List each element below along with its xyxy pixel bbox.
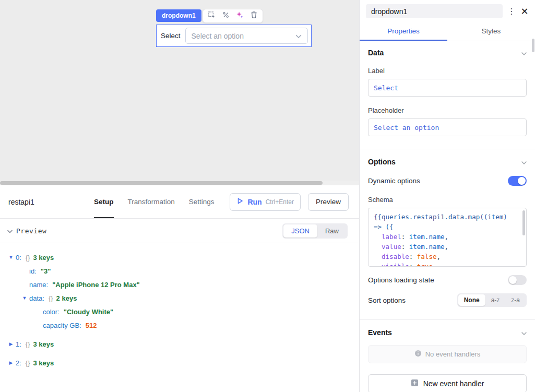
options-loading-toggle[interactable] (508, 275, 527, 285)
tree-toggle-icon[interactable]: ▼ (20, 295, 29, 301)
section-events-title: Events (368, 328, 392, 337)
canvas[interactable]: dropdown1 (0, 0, 359, 185)
code-token: , (436, 253, 441, 260)
tab-setup[interactable]: Setup (94, 185, 114, 218)
code-line: visible: true (374, 262, 521, 267)
horizontal-scrollbar-thumb[interactable] (0, 181, 323, 185)
tree-value: "Cloudy White" (64, 308, 113, 316)
preview-mode-json[interactable]: JSON (283, 224, 317, 237)
query-actions: Run Ctrl+Enter Preview (230, 185, 349, 218)
code-token: item.name (409, 243, 445, 251)
tab-settings[interactable]: Settings (189, 185, 215, 218)
code-token: : (409, 253, 417, 260)
inspector-header: dropdown1 ⋮ ✕ (360, 0, 535, 18)
code-line: label: item.name, (374, 232, 521, 242)
inspector-panel: dropdown1 ⋮ ✕ Properties Styles Data Lab… (359, 0, 535, 392)
tree-row[interactable]: capacity GB:512 (0, 318, 359, 332)
code-token: disable (382, 253, 409, 260)
no-event-handlers-text: No event handlers (425, 350, 481, 358)
options-loading-label: Options loading state (368, 276, 434, 284)
chevron-down-icon (521, 328, 527, 337)
tree-braces: {} (26, 340, 30, 348)
widget-title-input[interactable]: dropdown1 (366, 4, 503, 18)
tree-braces: {} (49, 294, 53, 302)
preview-section-title: Preview (16, 227, 46, 235)
sort-az-button[interactable]: a-z (485, 294, 506, 306)
tree-toggle-icon[interactable]: ▶ (6, 341, 16, 347)
sort-none-button[interactable]: None (458, 294, 485, 306)
section-options[interactable]: Options (368, 158, 527, 166)
schema-label: Schema (368, 196, 527, 204)
label-field-input[interactable]: Select (368, 79, 527, 97)
sort-za-button[interactable]: z-a (505, 294, 526, 306)
tree-key-count: 3 keys (33, 340, 54, 348)
section-data[interactable]: Data (368, 49, 527, 57)
dropdown-select[interactable]: Select an option (185, 28, 308, 44)
delete-icon (250, 11, 258, 21)
sort-options-row: Sort options None a-z z-a (368, 293, 527, 307)
tree-row[interactable]: color:"Cloudy White" (0, 305, 359, 318)
tree-value: 512 (86, 322, 97, 329)
tree-key-count: 3 keys (33, 359, 54, 367)
tree-row[interactable]: ▶2:{}3 keys (0, 356, 359, 370)
placeholder-field-label: Placeholder (368, 106, 527, 114)
dropdown-widget[interactable]: Select Select an option (156, 25, 312, 47)
preview-mode-raw[interactable]: Raw (317, 224, 347, 237)
inspect-button[interactable] (219, 10, 233, 22)
schema-code: {{queries.restapi1.data.map((item)=> ({ … (374, 212, 521, 267)
preview-query-button[interactable]: Preview (308, 193, 349, 211)
widget-name-badge[interactable]: dropdown1 (156, 9, 201, 22)
code-token: , (445, 233, 449, 241)
dynamic-options-row: Dynamic options (368, 176, 527, 186)
tree-row[interactable]: name:"Apple iPhone 12 Pro Max" (0, 278, 359, 291)
tree-key: 2: (16, 359, 21, 367)
tree-row[interactable]: ▶1:{}3 keys (0, 337, 359, 351)
query-editor-header: restapi1 Setup Transformation Settings R… (0, 185, 359, 219)
code-line: value: item.name, (374, 242, 521, 252)
code-token: item.name (409, 233, 445, 241)
tree-row[interactable]: ▼data:{}2 keys (0, 291, 359, 305)
chevron-down-icon (521, 158, 527, 166)
tree-value: "Apple iPhone 12 Pro Max" (52, 281, 140, 289)
tree-key-count: 3 keys (33, 254, 54, 262)
preview-section-toggle[interactable]: Preview (7, 227, 46, 235)
close-icon[interactable]: ✕ (517, 7, 532, 16)
play-icon (236, 197, 244, 207)
tab-styles[interactable]: Styles (447, 21, 535, 41)
widget-toolbar (203, 9, 263, 23)
tree-toggle-icon[interactable]: ▼ (6, 255, 16, 260)
schema-code-editor[interactable]: {{queries.restapi1.data.map((item)=> ({ … (368, 208, 527, 267)
code-scrollbar-thumb[interactable] (522, 210, 525, 235)
kebab-menu-icon[interactable]: ⋮ (506, 7, 517, 16)
code-line: disable: false, (374, 252, 521, 262)
run-label: Run (247, 198, 261, 206)
tree-row[interactable]: id:"3" (0, 264, 359, 278)
tree-key: name: (29, 281, 48, 289)
tree-key: id: (29, 267, 37, 275)
info-icon (414, 350, 422, 359)
dynamic-options-toggle[interactable] (508, 176, 527, 186)
tab-transformation[interactable]: Transformation (128, 185, 175, 218)
tab-properties[interactable]: Properties (360, 21, 447, 41)
run-shortcut: Ctrl+Enter (266, 198, 294, 206)
select-parent-button[interactable] (205, 10, 219, 22)
tree-key: 1: (16, 340, 21, 348)
code-token: label (382, 233, 401, 241)
ai-sparkles-button[interactable] (233, 10, 247, 22)
app-builder: dropdown1 (0, 0, 535, 392)
new-event-handler-button[interactable]: New event handler (368, 374, 527, 392)
query-tabs: Setup Transformation Settings (94, 185, 215, 218)
tree-row[interactable]: ▼0:{}3 keys (0, 251, 359, 264)
code-line: => ({ (374, 222, 521, 232)
query-name[interactable]: restapi1 (8, 185, 87, 218)
tree-key: color: (43, 308, 60, 316)
delete-widget-button[interactable] (247, 10, 261, 22)
preview-section-header: Preview JSON Raw (0, 219, 359, 243)
code-token (374, 233, 382, 241)
run-query-button[interactable]: Run Ctrl+Enter (230, 193, 301, 211)
code-token: {{queries.restapi1.data.map((item) (374, 213, 507, 221)
section-events[interactable]: Events (368, 328, 527, 337)
placeholder-field-input[interactable]: Select an option (368, 118, 527, 136)
tree-key: data: (29, 294, 44, 302)
tree-toggle-icon[interactable]: ▶ (6, 360, 16, 365)
